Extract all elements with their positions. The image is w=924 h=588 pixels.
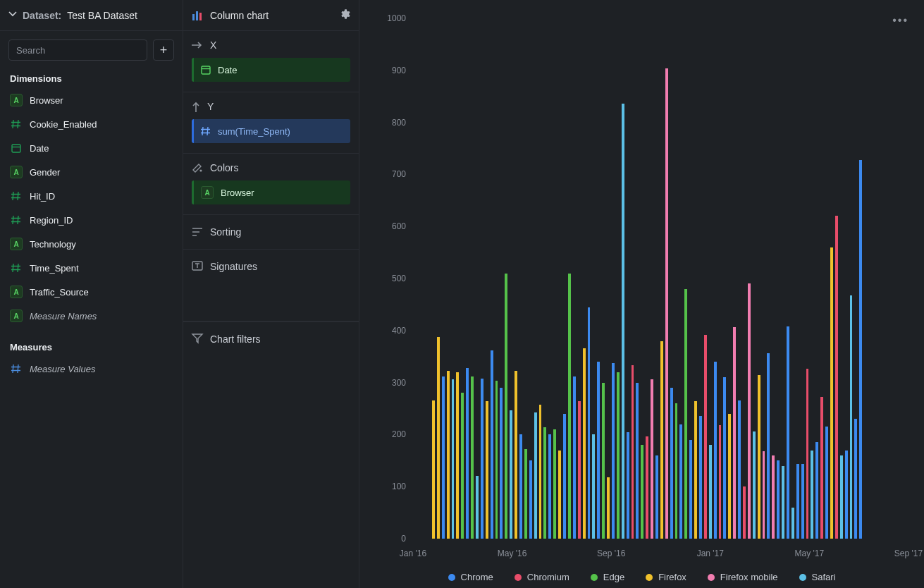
bar[interactable]	[859, 160, 862, 539]
bar[interactable]	[534, 412, 537, 539]
bar[interactable]	[777, 460, 780, 539]
bar[interactable]	[481, 379, 483, 539]
bar[interactable]	[646, 436, 648, 539]
field-hit_id[interactable]: Hit_ID	[0, 184, 183, 208]
bar[interactable]	[568, 274, 571, 539]
field-time_spent[interactable]: Time_Spent	[0, 256, 183, 280]
bar[interactable]	[772, 455, 775, 539]
bar[interactable]	[486, 401, 488, 539]
bar[interactable]	[461, 393, 464, 539]
bar[interactable]	[738, 400, 741, 539]
bar[interactable]	[840, 455, 843, 539]
search-input[interactable]	[8, 39, 147, 61]
bar[interactable]	[636, 383, 639, 539]
bar[interactable]	[835, 216, 838, 539]
bar[interactable]	[719, 425, 722, 539]
bar[interactable]	[699, 416, 702, 539]
bar[interactable]	[622, 104, 624, 539]
bar[interactable]	[845, 451, 848, 539]
bar[interactable]	[452, 379, 455, 539]
bar[interactable]	[684, 289, 687, 539]
filters-section[interactable]: Chart filters	[183, 321, 359, 588]
bar[interactable]	[820, 397, 823, 539]
bar[interactable]	[723, 377, 726, 539]
bar[interactable]	[665, 68, 668, 539]
bar[interactable]	[519, 434, 522, 539]
y-chip-timespent[interactable]: sum(Time_Spent)	[192, 119, 350, 143]
bar[interactable]	[597, 362, 600, 539]
bar[interactable]	[573, 376, 576, 539]
legend-item-chrome[interactable]: Chrome	[448, 572, 493, 582]
bar[interactable]	[510, 410, 512, 539]
bar[interactable]	[655, 455, 658, 539]
bar[interactable]	[447, 371, 450, 539]
bar[interactable]	[563, 414, 566, 539]
bar[interactable]	[612, 363, 615, 539]
bar[interactable]	[592, 434, 595, 539]
bar[interactable]	[543, 427, 546, 539]
bar[interactable]	[529, 460, 532, 539]
bar[interactable]	[830, 247, 833, 539]
bar[interactable]	[602, 383, 605, 539]
bar[interactable]	[806, 369, 809, 539]
field-cookie_enabled[interactable]: Cookie_Enabled	[0, 112, 183, 136]
field-date[interactable]: Date	[0, 136, 183, 160]
colors-chip-browser[interactable]: A Browser	[192, 180, 350, 204]
field-measure-names[interactable]: AMeasure Names	[0, 304, 183, 328]
bar[interactable]	[815, 442, 818, 539]
bar[interactable]	[524, 449, 527, 539]
bar[interactable]	[811, 451, 813, 539]
bar[interactable]	[728, 414, 731, 539]
x-chip-date[interactable]: Date	[192, 58, 350, 82]
bar[interactable]	[758, 375, 760, 539]
bar[interactable]	[796, 464, 799, 539]
bar[interactable]	[694, 401, 697, 539]
field-region_id[interactable]: Region_ID	[0, 208, 183, 232]
bar[interactable]	[651, 379, 653, 539]
bar[interactable]	[432, 400, 435, 539]
bar[interactable]	[801, 464, 804, 539]
bar[interactable]	[466, 368, 469, 539]
dataset-selector[interactable]: Dataset: Test BA Dataset	[0, 0, 183, 31]
field-traffic_source[interactable]: ATraffic_Source	[0, 280, 183, 304]
bar[interactable]	[670, 388, 673, 539]
bar[interactable]	[767, 353, 770, 539]
bar[interactable]	[491, 350, 493, 539]
bar[interactable]	[495, 381, 498, 539]
bar[interactable]	[471, 376, 474, 539]
bar[interactable]	[515, 371, 517, 539]
bar[interactable]	[505, 274, 507, 539]
bar[interactable]	[553, 429, 556, 539]
bar[interactable]	[660, 341, 663, 539]
bar[interactable]	[704, 335, 707, 539]
signatures-section[interactable]: Signatures	[183, 250, 359, 321]
bar[interactable]	[689, 440, 692, 539]
legend-item-edge[interactable]: Edge	[591, 572, 624, 582]
bar[interactable]	[763, 451, 765, 539]
bar[interactable]	[709, 445, 712, 539]
bar[interactable]	[578, 401, 581, 539]
bar[interactable]	[632, 365, 634, 539]
legend-item-chromium[interactable]: Chromium	[515, 572, 569, 582]
bar[interactable]	[583, 348, 586, 539]
bar[interactable]	[456, 372, 459, 539]
field-technology[interactable]: ATechnology	[0, 232, 183, 256]
bar[interactable]	[539, 405, 542, 539]
bar[interactable]	[617, 372, 620, 539]
bar[interactable]	[791, 508, 794, 539]
bar[interactable]	[850, 295, 853, 539]
bar[interactable]	[607, 477, 610, 539]
gear-icon[interactable]	[339, 8, 350, 22]
bar[interactable]	[679, 424, 682, 539]
bar[interactable]	[825, 427, 828, 539]
bar[interactable]	[437, 337, 440, 539]
bar[interactable]	[588, 307, 591, 539]
bar[interactable]	[675, 403, 678, 539]
bar[interactable]	[787, 326, 789, 539]
bar[interactable]	[748, 283, 751, 539]
field-browser[interactable]: ABrowser	[0, 88, 183, 112]
bar[interactable]	[743, 486, 746, 539]
field-gender[interactable]: AGender	[0, 160, 183, 184]
bar[interactable]	[854, 419, 857, 539]
bar[interactable]	[558, 451, 561, 539]
